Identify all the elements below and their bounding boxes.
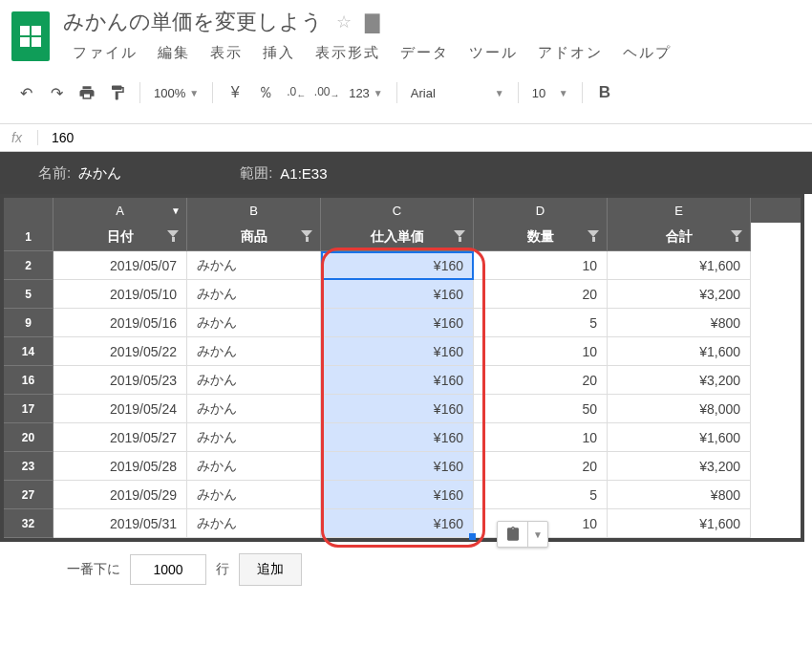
header-qty[interactable]: 数量 <box>474 223 608 251</box>
folder-icon[interactable]: ▇ <box>365 11 379 33</box>
cell[interactable]: ¥160 <box>321 452 474 481</box>
add-rows-button[interactable]: 追加 <box>239 553 302 586</box>
menu-addons[interactable]: アドオン <box>528 40 612 66</box>
filter-range[interactable]: A1:E33 <box>280 165 327 182</box>
cell[interactable]: ¥160 <box>321 509 474 538</box>
select-all-corner[interactable] <box>4 198 53 223</box>
cell[interactable]: みかん <box>187 280 321 309</box>
table-row[interactable]: 232019/05/28みかん¥16020¥3,200 <box>4 452 801 481</box>
cell[interactable]: みかん <box>187 337 321 366</box>
cell[interactable]: 2019/05/24 <box>53 395 187 423</box>
table-row[interactable]: 142019/05/22みかん¥16010¥1,600 <box>4 337 801 366</box>
menu-data[interactable]: データ <box>391 40 459 66</box>
col-header-a[interactable]: A▼ <box>53 198 187 223</box>
font-dropdown[interactable]: Arial ▼ <box>405 86 510 100</box>
row-header[interactable]: 2 <box>4 251 53 280</box>
table-row[interactable]: 172019/05/24みかん¥16050¥8,000 <box>4 395 801 423</box>
cell[interactable]: ¥160 <box>321 366 474 395</box>
cell[interactable]: 20 <box>474 366 608 395</box>
undo-button[interactable]: ↶ <box>11 79 40 106</box>
cell[interactable]: 20 <box>474 452 608 481</box>
cell[interactable]: 2019/05/10 <box>53 280 187 309</box>
cell[interactable]: ¥1,600 <box>608 337 751 366</box>
cell[interactable]: ¥1,600 <box>608 251 751 280</box>
paste-options-popup[interactable]: ▼ <box>497 521 548 548</box>
cell[interactable]: ¥160 <box>321 309 474 337</box>
row-header[interactable]: 9 <box>4 309 53 337</box>
cell[interactable]: ¥160 <box>321 395 474 423</box>
cell[interactable]: みかん <box>187 509 321 538</box>
menu-edit[interactable]: 編集 <box>148 40 200 66</box>
menu-view[interactable]: 表示 <box>201 40 252 66</box>
cell[interactable]: ¥3,200 <box>608 366 751 395</box>
cell[interactable]: 2019/05/28 <box>53 452 187 481</box>
caret-down-icon[interactable]: ▼ <box>171 205 181 216</box>
star-icon[interactable]: ☆ <box>336 11 352 32</box>
cell[interactable]: 10 <box>474 423 608 452</box>
menu-tools[interactable]: ツール <box>459 40 527 66</box>
redo-button[interactable]: ↷ <box>42 79 71 106</box>
row-header[interactable]: 14 <box>4 337 53 366</box>
row-header[interactable]: 1 <box>4 223 53 251</box>
table-row[interactable]: 52019/05/10みかん¥16020¥3,200 <box>4 280 801 309</box>
sheets-app-icon[interactable] <box>11 11 50 61</box>
doc-title[interactable]: みかんの単価を変更しよう <box>63 8 323 36</box>
cell[interactable]: みかん <box>187 481 321 509</box>
cell[interactable]: みかん <box>187 395 321 423</box>
col-header-e[interactable]: E <box>608 198 751 223</box>
filter-icon[interactable] <box>301 229 312 245</box>
table-row[interactable]: 272019/05/29みかん¥1605¥800 <box>4 481 801 509</box>
cell[interactable]: みかん <box>187 366 321 395</box>
cell[interactable]: 5 <box>474 481 608 509</box>
spreadsheet-grid[interactable]: A▼ B C D E 1 日付 商品 仕入単価 数量 合計 22019/05/0… <box>0 194 804 542</box>
font-size-dropdown[interactable]: 10 ▼ <box>526 86 574 100</box>
cell[interactable]: ¥160 <box>321 251 474 280</box>
filter-icon[interactable] <box>731 229 742 245</box>
add-rows-input[interactable] <box>130 554 206 585</box>
row-header[interactable]: 32 <box>4 509 53 538</box>
cell[interactable]: ¥8,000 <box>608 395 751 423</box>
col-header-b[interactable]: B <box>187 198 321 223</box>
filter-name[interactable]: みかん <box>78 164 121 183</box>
table-row[interactable]: 202019/05/27みかん¥16010¥1,600 <box>4 423 801 452</box>
number-format-dropdown[interactable]: 123 ▼ <box>343 86 389 100</box>
table-row[interactable]: 22019/05/07みかん¥16010¥1,600 <box>4 251 801 280</box>
cell[interactable]: みかん <box>187 309 321 337</box>
header-product[interactable]: 商品 <box>187 223 321 251</box>
cell[interactable]: 50 <box>474 395 608 423</box>
cell[interactable]: ¥160 <box>321 337 474 366</box>
increase-decimal-button[interactable]: .00→ <box>312 79 341 106</box>
decrease-decimal-button[interactable]: .0← <box>282 79 310 106</box>
table-row[interactable]: 162019/05/23みかん¥16020¥3,200 <box>4 366 801 395</box>
menu-format[interactable]: 表示形式 <box>306 40 390 66</box>
fx-icon[interactable]: fx <box>11 130 38 145</box>
cell[interactable]: 2019/05/07 <box>53 251 187 280</box>
cell[interactable]: ¥1,600 <box>608 509 751 538</box>
formula-input[interactable] <box>38 130 801 145</box>
filter-icon[interactable] <box>167 229 179 245</box>
table-row[interactable]: 322019/05/31みかん¥16010¥1,600 <box>4 509 801 538</box>
cell[interactable]: 5 <box>474 309 608 337</box>
row-header[interactable]: 16 <box>4 366 53 395</box>
cell[interactable]: ¥160 <box>321 481 474 509</box>
cell[interactable]: ¥800 <box>608 309 751 337</box>
percent-button[interactable]: ％ <box>251 79 280 106</box>
cell[interactable]: 10 <box>474 251 608 280</box>
col-header-d[interactable]: D <box>474 198 608 223</box>
currency-button[interactable]: ¥ <box>221 79 249 106</box>
cell[interactable]: ¥160 <box>321 280 474 309</box>
header-price[interactable]: 仕入単価 <box>321 223 474 251</box>
cell[interactable]: 2019/05/22 <box>53 337 187 366</box>
cell[interactable]: 2019/05/31 <box>53 509 187 538</box>
table-row[interactable]: 92019/05/16みかん¥1605¥800 <box>4 309 801 337</box>
cell[interactable]: 20 <box>474 280 608 309</box>
cell[interactable]: 2019/05/16 <box>53 309 187 337</box>
cell[interactable]: 2019/05/23 <box>53 366 187 395</box>
row-header[interactable]: 20 <box>4 423 53 452</box>
row-header[interactable]: 5 <box>4 280 53 309</box>
cell[interactable]: ¥160 <box>321 423 474 452</box>
header-total[interactable]: 合計 <box>608 223 751 251</box>
header-date[interactable]: 日付 <box>53 223 187 251</box>
paint-format-button[interactable] <box>103 79 132 106</box>
cell[interactable]: ¥1,600 <box>608 423 751 452</box>
